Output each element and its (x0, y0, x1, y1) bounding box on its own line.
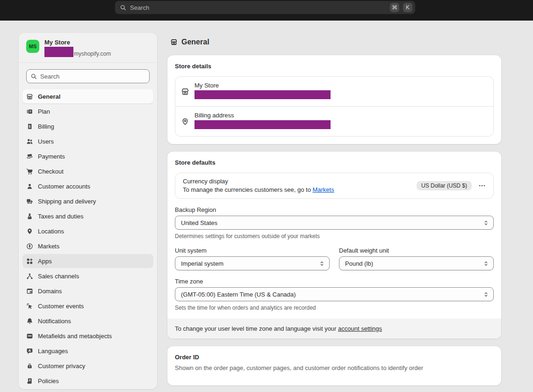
order-id-card: Order ID Shown on the order page, custom… (167, 346, 501, 385)
sidebar-item-domains[interactable]: Domains (22, 284, 153, 298)
person-icon (26, 183, 33, 190)
select-caret-icon (483, 220, 489, 226)
users-icon (26, 138, 33, 145)
sidebar-item-languages[interactable]: Languages (22, 344, 153, 358)
globe-dollar-icon (26, 243, 33, 250)
policies-icon (26, 377, 33, 385)
backup-region-help: Determines settings for customers outsid… (175, 233, 494, 240)
currency-badge: US Dollar (USD $) (417, 181, 472, 190)
horizontal-dots-icon (478, 182, 486, 189)
redacted-value (194, 120, 331, 129)
cursor-sparkle-icon (26, 303, 33, 310)
sidebar-item-customer-accounts[interactable]: Customer accounts (22, 179, 153, 193)
sidebar-item-plan[interactable]: Plan (22, 104, 153, 118)
sidebar-item-general[interactable]: General (22, 89, 153, 103)
sidebar-item-label: Plan (38, 108, 50, 115)
order-id-heading: Order ID (175, 354, 494, 361)
detail-label: My Store (194, 82, 331, 89)
store-name: My Store (44, 39, 111, 46)
sidebar-item-checkout[interactable]: Checkout (22, 164, 153, 178)
default-weight-unit-value: Pound (lb) (345, 260, 373, 267)
time-zone-label: Time zone (175, 278, 494, 285)
store-domain: myshopify.com (44, 47, 111, 57)
page-header: General (167, 33, 501, 55)
unit-system-select[interactable]: Imperial system (175, 256, 330, 270)
sidebar-item-label: Languages (38, 348, 68, 355)
sidebar-item-label: Shipping and delivery (38, 198, 96, 205)
sidebar-item-label: Billing (38, 123, 54, 130)
unit-system-value: Imperial system (181, 260, 223, 267)
sidebar-item-label: Metafields and metaobjects (38, 333, 112, 340)
sidebar-item-customer-privacy[interactable]: Customer privacy (22, 359, 153, 373)
default-weight-unit-field: Default weight unit Pound (lb) (339, 247, 494, 270)
sidebar-item-label: Locations (38, 228, 64, 235)
storefront-icon (181, 87, 189, 96)
backup-region-select[interactable]: United States (175, 216, 494, 230)
sidebar-item-label: Customer privacy (38, 363, 85, 370)
sidebar-item-metafields-and-metaobjects[interactable]: Metafields and metaobjects (22, 329, 153, 343)
sidebar-item-payments[interactable]: Payments (22, 149, 153, 163)
sidebar-item-customer-events[interactable]: Customer events (22, 299, 153, 313)
sidebar-item-label: Customer accounts (38, 183, 90, 190)
global-search[interactable]: Search ⌘ K (115, 1, 415, 14)
select-caret-icon (483, 291, 489, 298)
sidebar-item-policies[interactable]: Policies (22, 374, 153, 388)
time-zone-help: Sets the time for when orders and analyt… (175, 305, 494, 311)
sidebar-item-label: Customer events (38, 303, 84, 310)
sidebar-item-label: Taxes and duties (38, 213, 84, 220)
sidebar-item-taxes-and-duties[interactable]: Taxes and duties (22, 209, 153, 223)
sidebar-item-locations[interactable]: Locations (22, 224, 153, 238)
settings-content: General Store details My Store Billing a… (167, 33, 501, 392)
currency-menu-button[interactable] (476, 180, 488, 191)
time-zone-value: (GMT-05:00) Eastern Time (US & Canada) (181, 291, 296, 298)
settings-sidebar: MS My Store myshopify.com General Plan (19, 33, 157, 389)
timezone-note: To change your user level time zone and … (167, 319, 501, 339)
account-settings-link[interactable]: account settings (338, 325, 382, 332)
unit-system-label: Unit system (175, 247, 330, 254)
sidebar-search-input[interactable] (40, 73, 145, 80)
default-weight-unit-select[interactable]: Pound (lb) (339, 256, 494, 270)
sidebar-item-billing[interactable]: Billing (22, 119, 153, 133)
time-zone-select[interactable]: (GMT-05:00) Eastern Time (US & Canada) (175, 287, 494, 301)
store-defaults-card: Store defaults Currency display To manag… (167, 152, 501, 339)
sidebar-item-label: Users (38, 138, 54, 145)
backup-region-label: Backup Region (175, 206, 494, 213)
search-icon (120, 4, 126, 11)
sidebar-item-sales-channels[interactable]: Sales channels (22, 269, 153, 283)
default-weight-unit-label: Default weight unit (339, 247, 494, 254)
sidebar-item-markets[interactable]: Markets (22, 239, 153, 253)
domains-icon (26, 288, 33, 295)
sidebar-item-apps[interactable]: Apps (22, 254, 153, 268)
sidebar-search (26, 69, 150, 83)
select-caret-icon (483, 261, 489, 267)
sidebar-item-users[interactable]: Users (22, 134, 153, 148)
backup-region-value: United States (181, 219, 217, 226)
sidebar-item-label: Sales channels (38, 273, 79, 280)
sidebar-item-label: Policies (38, 377, 59, 385)
metafields-icon (26, 333, 33, 340)
sidebar-item-label: General (38, 93, 60, 100)
timezone-note-text: To change your user level time zone and … (175, 325, 338, 332)
sidebar-item-shipping-and-delivery[interactable]: Shipping and delivery (22, 194, 153, 208)
sidebar-item-notifications[interactable]: Notifications (22, 314, 153, 328)
store-switcher[interactable]: MS My Store myshopify.com (19, 33, 157, 63)
k-key-badge: K (403, 3, 412, 12)
location-pin-icon (26, 228, 33, 235)
detail-row-billing-address: Billing address (175, 106, 493, 136)
bell-icon (26, 318, 33, 325)
store-details-card: Store details My Store Billing address (167, 55, 501, 144)
backup-region-field: Backup Region United States Determines s… (175, 206, 494, 240)
sidebar-item-label: Notifications (38, 318, 71, 325)
markets-link[interactable]: Markets (312, 186, 334, 193)
currency-description-text: To manage the currencies customers see, … (183, 186, 312, 193)
store-details-heading: Store details (175, 63, 494, 70)
sidebar-item-label: Apps (38, 258, 52, 265)
sales-channels-icon (26, 273, 33, 280)
detail-label: Billing address (194, 112, 331, 119)
map-pin-icon (181, 117, 189, 126)
search-icon (30, 73, 37, 80)
storefront-filled-icon (26, 93, 33, 100)
page-title: General (181, 38, 209, 46)
currency-display-label: Currency display (183, 178, 334, 185)
storefront-icon (170, 38, 178, 46)
